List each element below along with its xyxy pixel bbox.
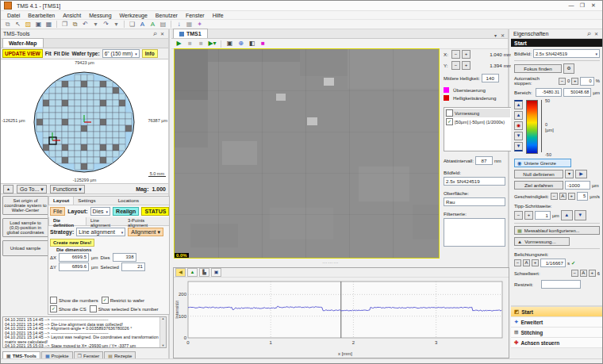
move-up-button[interactable]: ▲: [514, 111, 523, 120]
null-definieren-dropdown[interactable]: ▾: [565, 170, 574, 178]
copy-icon[interactable]: ❐: [60, 21, 69, 29]
option-show-die-cs[interactable]: ✓Show die CS: [50, 305, 86, 312]
histogram-icon[interactable]: ▙: [199, 268, 209, 277]
alignment-dropdown[interactable]: Alignment ▾: [128, 228, 163, 236]
wafer-type-select[interactable]: 6" (150 mm) ▾: [102, 49, 140, 58]
crosshair-icon[interactable]: ⊕: [236, 40, 245, 48]
scroll-down-icon[interactable]: ▼: [160, 344, 166, 347]
exposure-ok-icon[interactable]: ✓: [571, 260, 575, 266]
move-to-bottom-button[interactable]: ▼: [514, 142, 523, 151]
jog-down-button[interactable]: ▼: [574, 210, 586, 220]
focus-settings-gear-icon[interactable]: ⚙: [563, 63, 574, 74]
schwell-auto[interactable]: A: [580, 270, 587, 277]
geschw-auto[interactable]: A: [559, 193, 567, 200]
status-button[interactable]: STATUS: [141, 207, 169, 216]
auto-stop-plus[interactable]: +: [571, 78, 578, 85]
checkbox[interactable]: ✓: [50, 305, 57, 312]
menu-fenster[interactable]: Fenster: [182, 11, 209, 20]
fit-die-button[interactable]: Fit Die: [54, 51, 70, 56]
contrast-icon[interactable]: ◧: [248, 40, 256, 48]
nav-start[interactable]: ◩Start: [511, 307, 602, 317]
vormessung-option[interactable]: Vormessung: [445, 109, 510, 117]
nav-stitching[interactable]: ⊞Stitching: [511, 328, 602, 338]
layout-select[interactable]: Dies▾: [90, 207, 111, 216]
set-origin-button[interactable]: Set origin of coordinate system to Wafer…: [2, 196, 48, 215]
info-button[interactable]: Info: [142, 49, 158, 58]
tab-locations[interactable]: Locations: [114, 197, 144, 205]
undo-dropdown-icon[interactable]: ▾: [91, 21, 100, 29]
option-show-die-numbers[interactable]: Show die numbers: [50, 297, 98, 304]
belicht-minus[interactable]: −: [514, 259, 521, 266]
y-minus-button[interactable]: −: [451, 61, 460, 70]
auto-stop-minus[interactable]: −: [559, 78, 566, 85]
tipp-minus[interactable]: −: [514, 211, 523, 220]
realign-button[interactable]: Realign: [113, 207, 139, 216]
unload-sample-button[interactable]: Unload sample: [2, 240, 48, 256]
tab-tms1[interactable]: TMS1: [173, 29, 208, 38]
continuous-capture-icon[interactable]: ▶▾: [208, 40, 217, 48]
scale-up-icon[interactable]: ▲: [187, 268, 198, 277]
ziel-field[interactable]: -1000: [565, 181, 590, 190]
stop-icon[interactable]: ■: [197, 40, 205, 48]
create-new-dies-button[interactable]: Create new Dies!: [50, 239, 94, 247]
log-scrollbar[interactable]: ▲ ▼: [159, 317, 166, 347]
jog-up-button[interactable]: ▲: [561, 210, 573, 220]
belicht-field[interactable]: 1/16667: [540, 259, 566, 267]
fullscreen-icon[interactable]: ▣: [225, 40, 234, 48]
option-restrict-to-wafer[interactable]: ✓Restrict to wafer: [102, 297, 144, 304]
belicht-plus[interactable]: +: [532, 259, 539, 266]
camera-view[interactable]: 0.0%: [174, 48, 440, 259]
save-icon[interactable]: ▣: [34, 21, 43, 29]
dy-field[interactable]: 6899.6: [59, 262, 89, 271]
goto-dropdown[interactable]: Go To... ▾: [17, 185, 47, 193]
checkbox[interactable]: ✓: [102, 297, 109, 304]
menu-benutzer[interactable]: Benutzer: [152, 11, 182, 20]
fit-button[interactable]: Fit: [45, 51, 52, 56]
geschw-plus[interactable]: +: [568, 193, 575, 200]
range-checkbox[interactable]: ✓: [446, 118, 453, 125]
geschw-minus[interactable]: −: [551, 193, 558, 200]
tab-line-alignment[interactable]: Line alignment: [86, 217, 124, 225]
download-icon[interactable]: ↓: [175, 21, 183, 29]
schwell-plus[interactable]: +: [589, 270, 596, 277]
save-all-icon[interactable]: ▦: [44, 21, 53, 29]
null-definieren-button[interactable]: Null definieren: [514, 170, 563, 178]
filterserie-field[interactable]: [444, 218, 505, 247]
geschw-field[interactable]: 5: [577, 192, 588, 201]
tab-list-dropdown-icon[interactable]: ▾: [492, 33, 499, 38]
minimize-button[interactable]: —: [566, 2, 577, 10]
redo-icon[interactable]: ↷: [102, 21, 110, 29]
tab-settings[interactable]: Settings: [74, 197, 99, 205]
tab-3-points-alignment[interactable]: 3-Points alignment: [124, 217, 169, 225]
menu-ansicht[interactable]: Ansicht: [59, 11, 85, 20]
scale-auto-icon[interactable]: ◀: [175, 268, 186, 277]
maximize-button[interactable]: ❐: [577, 2, 588, 10]
new-document-icon[interactable]: ⧉: [3, 21, 12, 29]
file-menu-button[interactable]: File ▾: [50, 207, 65, 216]
strategy-select[interactable]: Line alignment▾: [76, 228, 125, 236]
paste-icon[interactable]: ⧉: [71, 21, 79, 29]
redo-dropdown-icon[interactable]: ▾: [112, 21, 121, 29]
tipp-field[interactable]: 1: [535, 211, 551, 220]
range-option[interactable]: ✓ [50µm] [-50µm] (1/2000s): [445, 117, 510, 126]
copy-page-icon[interactable]: ❏: [128, 21, 136, 29]
rp-bildfeld-select[interactable]: 2.5x SN424519▾: [533, 49, 600, 58]
update-view-button[interactable]: UPDATE VIEW: [2, 49, 43, 58]
open-project-icon[interactable]: ▨: [24, 21, 33, 29]
wafer-map-canvas[interactable]: 79423 µm -126251 µm 76387 µm -125299 µm …: [1, 59, 168, 184]
false-color-icon[interactable]: ■: [259, 40, 267, 48]
tab-wafer-map[interactable]: Wafer-Map: [2, 38, 44, 48]
menu-bearbeiten[interactable]: Bearbeiten: [24, 11, 59, 20]
option-show-selected-die-s-number[interactable]: Show selected Die's number: [90, 305, 159, 312]
pause-icon[interactable]: ■: [186, 40, 194, 48]
messablauf-button[interactable]: ▦ Messablauf konfigurieren...: [514, 226, 600, 235]
vormessung-button[interactable]: ▲ Vormessung...: [514, 237, 570, 246]
go-to-zero-button[interactable]: ▶: [575, 170, 587, 178]
schwell-minus[interactable]: −: [571, 270, 578, 277]
untere-grenze-button[interactable]: ◉ Untere Grenze: [514, 159, 571, 167]
load-sample-button[interactable]: Load sample to (0,0)-position in global …: [2, 218, 48, 237]
checkbox[interactable]: [50, 297, 57, 304]
ziel-anfahren-button[interactable]: Ziel anfahren: [514, 181, 563, 190]
abtastintervall-field[interactable]: 87: [475, 156, 493, 165]
functions-dropdown[interactable]: Functions ▾: [50, 185, 85, 193]
